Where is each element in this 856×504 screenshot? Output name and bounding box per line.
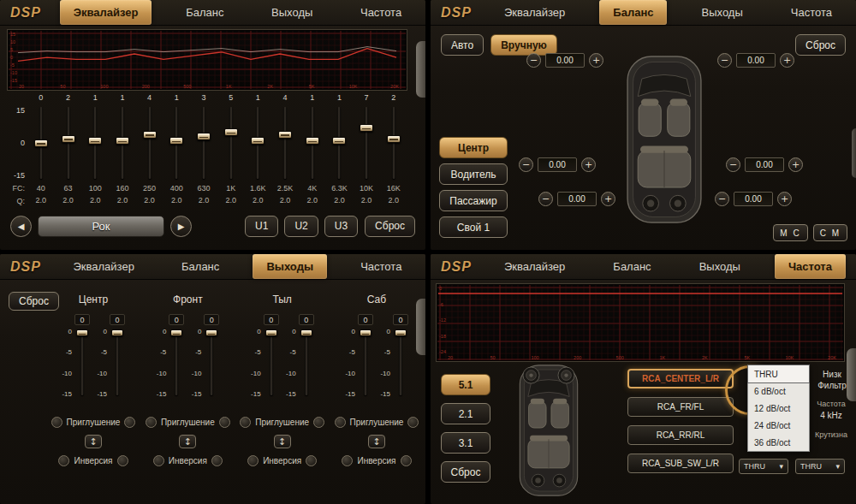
tab-balance[interactable]: Баланс bbox=[168, 254, 233, 279]
tab-equalizer[interactable]: Эквалайзер bbox=[59, 254, 147, 279]
slider-thumb[interactable] bbox=[169, 137, 183, 145]
band-slider[interactable] bbox=[136, 104, 163, 181]
band-slider[interactable] bbox=[353, 104, 380, 181]
frequency-reset-button[interactable]: Сброс bbox=[441, 461, 490, 483]
mute-toggle-left[interactable] bbox=[51, 417, 62, 428]
invert-toggle-left[interactable] bbox=[58, 455, 69, 466]
slider-thumb[interactable] bbox=[205, 329, 217, 336]
mute-toggle-left[interactable] bbox=[240, 417, 251, 428]
slope-option-3[interactable]: 24 dB/oct bbox=[748, 417, 809, 434]
band-slider[interactable] bbox=[217, 104, 245, 181]
band-slider[interactable] bbox=[27, 104, 55, 181]
slider-thumb[interactable] bbox=[300, 329, 312, 336]
tab-balance[interactable]: Баланс bbox=[599, 0, 667, 25]
band-slider[interactable] bbox=[190, 104, 217, 181]
rca-button-3[interactable]: RCA_SUB_SW_L/R bbox=[627, 454, 734, 473]
output-slider[interactable] bbox=[299, 328, 314, 398]
mute-toggle-right[interactable] bbox=[219, 417, 230, 428]
slider-thumb[interactable] bbox=[332, 137, 346, 145]
minus-button[interactable]: − bbox=[538, 192, 553, 206]
minus-button[interactable]: − bbox=[526, 53, 541, 68]
mute-toggle-left[interactable] bbox=[146, 417, 157, 428]
tab-balance[interactable]: Баланс bbox=[599, 254, 664, 279]
slider-thumb[interactable] bbox=[170, 329, 182, 336]
band-slider[interactable] bbox=[163, 104, 190, 181]
slider-thumb[interactable] bbox=[360, 329, 372, 336]
tab-frequency[interactable]: Частота bbox=[347, 0, 415, 25]
plus-button[interactable]: + bbox=[788, 157, 803, 172]
band-slider[interactable] bbox=[299, 104, 326, 181]
panel-drag-handle[interactable] bbox=[416, 299, 425, 355]
band-slider[interactable] bbox=[55, 104, 82, 181]
minus-button[interactable]: − bbox=[519, 157, 533, 172]
mc-button[interactable]: M C bbox=[773, 224, 807, 241]
slider-thumb[interactable] bbox=[197, 133, 211, 140]
output-slider[interactable] bbox=[393, 328, 408, 398]
output-slider[interactable] bbox=[358, 328, 373, 398]
band-slider[interactable] bbox=[245, 104, 272, 181]
preset-display[interactable]: Рок bbox=[38, 216, 164, 237]
rca-button-0[interactable]: RCA_CENTER_L/R bbox=[627, 369, 734, 388]
mode-button-5-1[interactable]: 5.1 bbox=[441, 374, 490, 395]
cm-button[interactable]: C M bbox=[813, 224, 847, 241]
invert-toggle-right[interactable] bbox=[211, 455, 223, 466]
mode-button-2-1[interactable]: 2.1 bbox=[441, 403, 490, 424]
tab-equalizer[interactable]: Эквалайзер bbox=[490, 0, 579, 25]
slider-thumb[interactable] bbox=[251, 137, 265, 145]
mute-toggle-right[interactable] bbox=[407, 417, 419, 428]
tab-frequency[interactable]: Частота bbox=[777, 0, 846, 25]
output-slider[interactable] bbox=[169, 328, 184, 398]
slider-thumb[interactable] bbox=[76, 329, 88, 336]
invert-toggle-left[interactable] bbox=[247, 455, 259, 466]
invert-toggle-right[interactable] bbox=[306, 455, 317, 466]
tab-frequency[interactable]: Частота bbox=[775, 254, 846, 279]
slope-select-0[interactable]: THRU▾ bbox=[739, 459, 788, 474]
invert-toggle-left[interactable] bbox=[342, 455, 353, 466]
plus-button[interactable]: + bbox=[589, 53, 603, 68]
slider-thumb[interactable] bbox=[395, 329, 407, 336]
eq-reset-button[interactable]: Сброс bbox=[365, 216, 415, 237]
slope-option-4[interactable]: 36 dB/oct bbox=[748, 434, 809, 451]
preset-prev-button[interactable]: ◀ bbox=[10, 216, 32, 237]
slope-option-2[interactable]: 12 dB/oct bbox=[748, 400, 809, 417]
rca-button-2[interactable]: RCA_RR/RL bbox=[627, 425, 734, 445]
link-channels-icon[interactable]: ↕ bbox=[179, 435, 196, 448]
band-slider[interactable] bbox=[81, 104, 109, 181]
panel-drag-handle[interactable] bbox=[852, 128, 856, 178]
output-slider[interactable] bbox=[264, 328, 279, 398]
slope-select-1[interactable]: THRU▾ bbox=[795, 459, 845, 474]
position-button-2[interactable]: Пассажир bbox=[439, 190, 508, 211]
invert-toggle-left[interactable] bbox=[153, 455, 164, 466]
link-channels-icon[interactable]: ↕ bbox=[85, 435, 102, 448]
memory-button-u3[interactable]: U3 bbox=[324, 216, 358, 237]
slider-thumb[interactable] bbox=[265, 329, 277, 336]
band-slider[interactable] bbox=[109, 104, 136, 181]
minus-button[interactable]: − bbox=[726, 157, 740, 172]
slider-thumb[interactable] bbox=[62, 135, 75, 143]
memory-button-u1[interactable]: U1 bbox=[245, 216, 278, 237]
slope-option-1[interactable]: 6 dB/oct bbox=[748, 382, 809, 400]
slider-thumb[interactable] bbox=[143, 131, 157, 139]
mute-toggle-right[interactable] bbox=[124, 417, 135, 428]
auto-button[interactable]: Авто bbox=[441, 34, 484, 56]
position-button-3[interactable]: Свой 1 bbox=[439, 216, 508, 238]
invert-toggle-right[interactable] bbox=[401, 455, 412, 466]
slider-thumb[interactable] bbox=[360, 124, 373, 132]
slider-thumb[interactable] bbox=[306, 137, 319, 145]
mute-toggle-right[interactable] bbox=[313, 417, 324, 428]
plus-button[interactable]: + bbox=[780, 53, 794, 68]
output-slider[interactable] bbox=[110, 328, 125, 398]
plus-button[interactable]: + bbox=[777, 192, 792, 206]
invert-toggle-right[interactable] bbox=[117, 455, 128, 466]
mute-toggle-left[interactable] bbox=[335, 417, 346, 428]
slider-thumb[interactable] bbox=[111, 329, 123, 336]
output-slider[interactable] bbox=[204, 328, 219, 398]
tab-equalizer[interactable]: Эквалайзер bbox=[490, 254, 579, 279]
position-button-1[interactable]: Водитель bbox=[439, 163, 508, 185]
slider-thumb[interactable] bbox=[387, 135, 401, 143]
preset-next-button[interactable]: ▶ bbox=[170, 216, 192, 237]
band-slider[interactable] bbox=[380, 104, 407, 181]
slope-option-0[interactable]: THRU bbox=[748, 365, 809, 382]
slider-thumb[interactable] bbox=[34, 139, 48, 147]
link-channels-icon[interactable]: ↕ bbox=[368, 435, 385, 448]
